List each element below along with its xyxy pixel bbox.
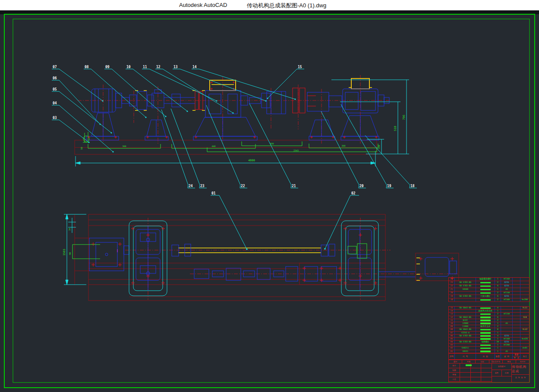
bom-cell-no: 04 [449,341,454,343]
bom-row-05: 051HT160H=426 [449,338,529,341]
callout-label-13[interactable]: 13 [173,65,178,69]
bom-table-lower[interactable]: 15GB 5843-864YL1114超越离合器总成1132HT15012GB … [448,306,530,353]
dim-base-total[interactable]: 2343 [293,149,299,152]
title-block[interactable]: 标记 处数 分区 更改文件号 签名 年月日 设计 制图 审核 [448,360,530,383]
bom-text-code: GB 5783-86 [459,335,471,337]
bom-row-22: 22GB 5783-866Q235 [449,285,529,288]
callout-label-03[interactable]: 03 [53,116,57,120]
bom-cell-no: 01 [449,350,454,353]
dim-4800[interactable]: 4800 [248,159,255,162]
callout-label-08[interactable]: 08 [85,65,89,69]
bom-cell-no: 21 [449,288,454,291]
dim-1503[interactable]: 1503 [63,249,66,256]
dim-518[interactable]: 518 [394,126,397,131]
bom-row-15: 15GB 5843-864YL11 [449,307,529,310]
bom-cell-name: 超越离合器总成 [476,310,495,312]
base-dim-brackets [88,141,378,152]
bom-cell-material: HT160 [501,298,513,301]
callout-label-19[interactable]: 19 [387,184,391,188]
bom-text-code: GB 5843-86 [459,316,471,318]
bom-cell-material [501,347,513,349]
callout-10[interactable]: 10 [126,65,188,112]
bom-cell-name [476,288,495,291]
bom-text-name: 轴承座总成 [480,325,490,327]
bom-cell-wt [512,319,520,322]
callout-04[interactable]: 04 [52,101,114,153]
callout-03[interactable]: 03 [52,116,90,143]
callout-label-11[interactable]: 11 [143,65,147,69]
bom-cell-remark [520,288,529,291]
callout-label-23[interactable]: 23 [200,184,205,188]
callout-07[interactable]: 07 [52,65,104,102]
dim-90[interactable]: 90 [69,252,71,255]
bom-text-name: 六角头螺栓 [480,295,490,297]
bearing-block-1 [152,90,195,108]
bom-cell-material: 45 [501,322,513,325]
bom-cell-remark [520,344,529,346]
dim-base-b[interactable]: 448 [211,145,215,147]
callouts[interactable]: 07 06 05 04 03 08 09 10 11 12 13 14 15 2… [52,65,417,250]
dim-anchor[interactable]: 50 [80,147,83,150]
callout-label-06[interactable]: 06 [53,76,57,80]
selected-coupling-highlight[interactable] [348,244,367,258]
bom-cell-no: 09 [449,325,454,328]
dim-796[interactable]: 796 [402,115,406,120]
bom-cell-remark [520,281,529,284]
callout-19[interactable]: 19 [341,104,394,188]
bom-cell-material: HT150 [501,313,513,315]
callout-label-02[interactable]: 02 [351,191,356,195]
callout-label-12[interactable]: 12 [156,65,161,69]
callout-label-14[interactable]: 14 [192,65,197,69]
callout-label-07[interactable]: 07 [53,65,57,69]
bom-text-no: 11 [451,319,453,321]
bom-cell-remark: H=426 [520,338,529,340]
bom-cell-code: GB 5783-86 [454,335,476,337]
bom-text-material: Q235 [504,285,509,287]
plan-view[interactable] [75,214,459,301]
callout-02[interactable]: 02 [324,191,359,250]
callout-12[interactable]: 12 [155,65,234,114]
callout-24[interactable]: 24 [161,110,195,188]
bom-cell-wt [512,281,520,284]
bom-text-qty: 1 [497,347,498,349]
callout-label-04[interactable]: 04 [53,101,57,105]
bom-cell-qty: 2 [495,313,501,315]
dim-34[interactable]: 34 [68,228,71,231]
bom-cell-wt [512,288,520,291]
bom-header-weight: 重量 单件 总计 [512,354,520,359]
callout-label-24[interactable]: 24 [189,184,193,188]
dim-base-c[interactable]: 308 [341,144,345,147]
bom-table-upper[interactable]: 24端盖紧固螺钉1HT16023GB 5783-862Q23522GB 5783… [448,277,530,302]
bom-cell-code: Y225S-4 [454,332,476,334]
callout-label-22[interactable]: 22 [241,184,245,188]
callout-20[interactable]: 20 [321,111,366,188]
bom-cell-remark: YL11 [520,307,529,309]
bom-cell-code: 11000 [454,325,476,328]
callout-label-21[interactable]: 21 [292,184,296,188]
callout-label-20[interactable]: 20 [359,184,364,188]
frame-rails [75,214,385,301]
callout-14[interactable]: 14 [192,65,296,100]
dim-base-a[interactable]: 308 [122,145,126,147]
callout-label-01[interactable]: 01 [211,191,216,195]
callout-label-18[interactable]: 18 [410,184,415,188]
bom-text-no: 20 [451,292,453,294]
bom-cell-no: 10 [449,322,454,325]
drawing-title: 传动机构总成 [512,364,529,375]
callout-label-10[interactable]: 10 [126,65,131,69]
callout-label-05[interactable]: 05 [53,88,57,91]
callout-01[interactable]: 01 [211,191,248,250]
bom-cell-wt [512,307,520,309]
bom-text-code: GB 5783-86 [459,285,471,287]
front-view[interactable] [75,75,391,154]
bom-cell-no: 15 [449,307,454,309]
bom-text-qty: 6 [497,316,498,318]
bom-row-14: 14超越离合器总成1 [449,310,529,313]
bom-cell-wt [512,341,520,343]
callout-18[interactable]: 18 [365,135,417,188]
callout-label-15[interactable]: 15 [298,65,302,69]
callout-label-09[interactable]: 09 [105,65,110,69]
bom-cell-no: 14 [449,310,454,312]
bom-header-code: 代 号 [454,354,476,359]
callout-13[interactable]: 13 [173,65,267,102]
